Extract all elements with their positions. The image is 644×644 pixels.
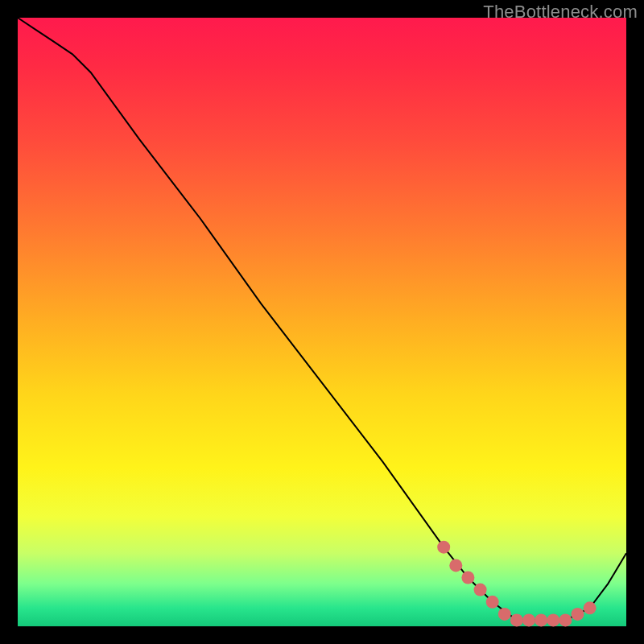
chart-svg <box>18 18 626 626</box>
marker-dot <box>510 613 523 626</box>
marker-dot <box>584 601 597 614</box>
marker-dot <box>437 541 450 554</box>
chart-markers <box>437 541 596 627</box>
marker-dot <box>461 572 474 584</box>
chart-stage: TheBottleneck.com <box>0 0 644 644</box>
marker-dot <box>449 559 462 572</box>
marker-dot <box>486 596 499 609</box>
chart-curve <box>18 18 626 620</box>
marker-dot <box>498 608 511 621</box>
marker-dot <box>559 613 572 626</box>
chart-plot-area <box>18 18 626 626</box>
marker-dot <box>572 608 584 621</box>
marker-dot <box>547 613 559 626</box>
marker-dot <box>535 613 547 626</box>
marker-dot <box>522 613 535 626</box>
marker-dot <box>474 584 487 597</box>
